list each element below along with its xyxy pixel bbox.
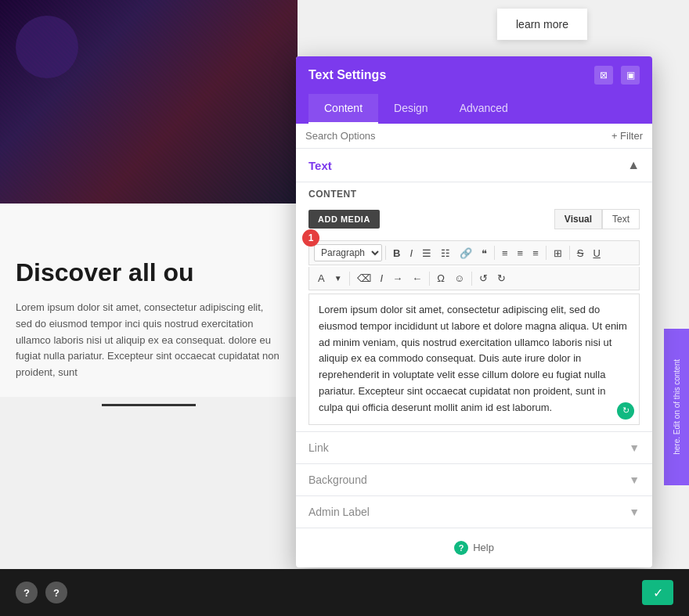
- page-body-text: Lorem ipsum dolor sit amet, consectetur …: [16, 300, 282, 381]
- text-section-toggle[interactable]: ▲: [627, 158, 640, 172]
- help-label[interactable]: Help: [473, 542, 494, 553]
- italic2-button[interactable]: I: [377, 270, 388, 286]
- right-edit-bar: here. Edit on of this content: [664, 329, 689, 485]
- background-section-header[interactable]: Background ▼: [296, 464, 652, 495]
- toolbar-separator-6: [429, 272, 430, 286]
- editor-area: ADD MEDIA Visual Text Paragraph B I ☰ ☷ …: [296, 203, 652, 431]
- page-content-area: Discover all ou Lorem ipsum dolor sit am…: [0, 204, 298, 397]
- bold-button[interactable]: B: [389, 245, 404, 261]
- panel-header: Text Settings ⊠ ▣: [296, 56, 652, 94]
- text-section-title: Text: [308, 159, 332, 172]
- bullet-list-button[interactable]: ☰: [418, 245, 435, 261]
- font-color-button[interactable]: A: [314, 270, 329, 286]
- outdent-button[interactable]: ←: [408, 270, 426, 286]
- underline-button[interactable]: U: [589, 245, 604, 261]
- admin-label-chevron-icon: ▼: [629, 506, 640, 518]
- page-header-dark: [0, 0, 298, 204]
- strikethrough-button[interactable]: S: [573, 245, 588, 261]
- tab-advanced[interactable]: Advanced: [444, 94, 524, 124]
- panel-body: Text ▲ Content ADD MEDIA Visual Text Par…: [296, 149, 652, 567]
- add-media-button[interactable]: ADD MEDIA: [308, 210, 380, 229]
- special-char-button[interactable]: Ω: [433, 270, 449, 286]
- toolbar-separator-2: [494, 246, 495, 260]
- toolbar-separator-4: [569, 246, 570, 260]
- page-title: Discover all ou: [16, 258, 282, 287]
- toolbar-separator-1: [385, 246, 386, 260]
- panel-header-icons: ⊠ ▣: [594, 66, 640, 85]
- indent-button[interactable]: →: [388, 270, 406, 286]
- tab-design[interactable]: Design: [378, 94, 444, 124]
- toolbar-separator-5: [349, 272, 350, 286]
- settings-panel: Text Settings ⊠ ▣ Content Design Advance…: [296, 56, 652, 567]
- paragraph-select[interactable]: Paragraph: [314, 244, 382, 261]
- clear-format-button[interactable]: ⌫: [353, 270, 375, 286]
- visual-button[interactable]: Visual: [554, 209, 602, 229]
- text-mode-button[interactable]: Text: [602, 209, 640, 229]
- bottom-help1-button[interactable]: ?: [16, 582, 38, 603]
- toolbar-row-1: Paragraph B I ☰ ☷ 🔗 ❝ ≡ ≡ ≡ ⊞ S U: [308, 240, 640, 265]
- link-section-title: Link: [308, 441, 329, 454]
- background-section-title: Background: [308, 474, 367, 486]
- undo-button[interactable]: ↺: [475, 270, 492, 286]
- toolbar-row-2: A ▼ ⌫ I → ← Ω ☺ ↺ ↻: [308, 267, 640, 290]
- bottom-bar: ? ? ✓: [0, 569, 689, 616]
- align-center-button[interactable]: ≡: [514, 245, 528, 261]
- page-divider: [102, 404, 196, 406]
- background-section: Background ▼: [296, 463, 652, 495]
- content-label: Content: [296, 182, 652, 203]
- admin-label-section-header[interactable]: Admin Label ▼: [296, 496, 652, 528]
- table-button[interactable]: ⊞: [550, 245, 566, 261]
- align-left-button[interactable]: ≡: [498, 245, 512, 261]
- ordered-list-button[interactable]: ☷: [437, 245, 454, 261]
- toolbar-separator-7: [471, 272, 472, 286]
- emoji-button[interactable]: ☺: [450, 270, 468, 286]
- panel-minimize-button[interactable]: ⊠: [594, 66, 613, 85]
- font-color-down[interactable]: ▼: [330, 272, 346, 285]
- text-editor-content[interactable]: Lorem ipsum dolor sit amet, consectetur …: [308, 294, 640, 425]
- search-input[interactable]: [305, 130, 605, 142]
- panel-title: Text Settings: [308, 68, 386, 82]
- italic-button[interactable]: I: [406, 245, 417, 261]
- link-button[interactable]: 🔗: [456, 245, 476, 261]
- filter-button[interactable]: + Filter: [611, 130, 643, 142]
- link-section: Link ▼: [296, 431, 652, 463]
- blockquote-button[interactable]: ❝: [478, 245, 491, 261]
- align-right-button[interactable]: ≡: [528, 245, 543, 261]
- link-section-header[interactable]: Link ▼: [296, 432, 652, 463]
- panel-tabs: Content Design Advanced: [296, 94, 652, 124]
- edit-hint: here. Edit on of this content: [673, 359, 681, 455]
- toolbar-separator-3: [546, 246, 547, 260]
- text-section-header: Text ▲: [296, 149, 652, 182]
- link-chevron-icon: ▼: [629, 441, 640, 454]
- tab-content[interactable]: Content: [308, 94, 378, 124]
- background-chevron-icon: ▼: [629, 474, 640, 486]
- admin-label-section: Admin Label ▼: [296, 495, 652, 528]
- step-badge: 1: [302, 229, 319, 247]
- admin-label-section-title: Admin Label: [308, 506, 370, 518]
- bottom-help2-button[interactable]: ?: [45, 582, 67, 603]
- panel-expand-button[interactable]: ▣: [621, 66, 640, 85]
- redo-button[interactable]: ↻: [493, 270, 510, 286]
- search-bar: + Filter: [296, 124, 652, 149]
- editor-text: Lorem ipsum dolor sit amet, consectetur …: [319, 304, 627, 413]
- bottom-confirm-button[interactable]: ✓: [642, 580, 673, 605]
- visual-text-toggle: Visual Text: [554, 209, 640, 229]
- help-icon: ?: [454, 541, 468, 555]
- help-section: ? Help: [296, 528, 652, 567]
- ai-icon: ↻: [617, 402, 634, 420]
- learn-more-button[interactable]: learn more: [497, 9, 587, 40]
